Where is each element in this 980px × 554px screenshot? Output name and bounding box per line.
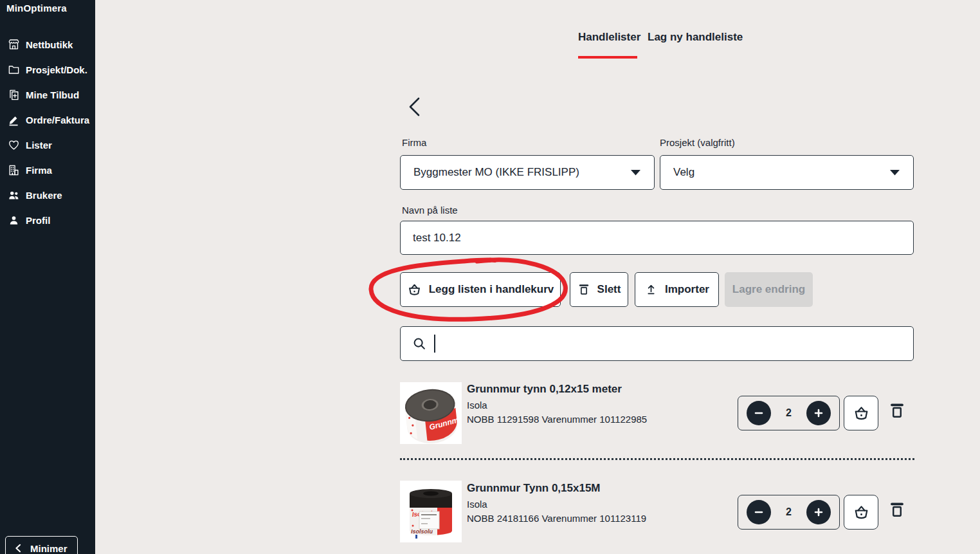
add-item-to-cart-button[interactable] bbox=[844, 396, 878, 430]
trash-icon bbox=[577, 282, 590, 297]
product-search-input[interactable] bbox=[435, 327, 913, 360]
sidebar-item-label: Brukere bbox=[26, 190, 62, 201]
sidebar-item-mine-tilbud[interactable]: Mine Tilbud bbox=[0, 82, 95, 107]
basket-icon bbox=[853, 405, 870, 422]
building-icon bbox=[8, 164, 20, 176]
sidebar-item-label: Lister bbox=[26, 140, 52, 151]
upload-icon bbox=[644, 283, 658, 297]
list-name-field-box bbox=[400, 221, 914, 255]
tab-handlelister[interactable]: Handlelister bbox=[578, 31, 640, 44]
add-item-to-cart-button[interactable] bbox=[844, 495, 878, 530]
increase-quantity-button[interactable] bbox=[806, 401, 831, 425]
import-label: Importer bbox=[665, 283, 709, 296]
plus-icon bbox=[813, 408, 824, 418]
chevron-left-icon bbox=[14, 544, 22, 553]
sidebar-item-nettbutikk[interactable]: Nettbutikk bbox=[0, 32, 95, 57]
minus-icon bbox=[754, 507, 764, 517]
minimize-sidebar-button[interactable]: Minimer bbox=[5, 536, 78, 554]
firma-select-value: Byggmester MO (IKKE FRISLIPP) bbox=[413, 166, 579, 179]
increase-quantity-button[interactable] bbox=[806, 500, 831, 524]
quantity-stepper: 2 bbox=[738, 396, 840, 430]
chevron-down-icon bbox=[889, 169, 900, 176]
add-list-to-cart-label: Legg listen i handlekurv bbox=[429, 283, 554, 296]
quantity-stepper: 2 bbox=[738, 495, 840, 530]
product-image: Isolsola Isolsolu bbox=[400, 481, 462, 542]
chevron-down-icon bbox=[630, 169, 641, 176]
sidebar-item-label: Firma bbox=[26, 165, 52, 176]
sidebar-item-lister[interactable]: Lister bbox=[0, 133, 95, 158]
list-name-input[interactable] bbox=[401, 221, 913, 254]
save-change-button[interactable]: Lagre endring bbox=[725, 272, 813, 307]
list-name-label: Navn på liste bbox=[402, 205, 458, 216]
sidebar-item-label: Ordre/Faktura bbox=[26, 115, 89, 125]
chevron-left-icon bbox=[405, 96, 424, 118]
product-meta: NOBB 11291598 Varenummer 101122985 bbox=[467, 414, 647, 425]
document-plus-icon bbox=[8, 89, 20, 101]
product-meta: NOBB 24181166 Varenummer 101123119 bbox=[467, 513, 646, 524]
pencil-icon bbox=[8, 114, 20, 126]
firma-label: Firma bbox=[402, 137, 426, 148]
active-tab-underline bbox=[578, 56, 637, 59]
tab-lag-ny-handleliste[interactable]: Lag ny handleliste bbox=[648, 31, 743, 44]
heart-icon bbox=[8, 139, 20, 151]
quantity-value: 2 bbox=[786, 506, 792, 518]
sidebar-item-profil[interactable]: Profil bbox=[0, 208, 95, 233]
row-divider bbox=[400, 458, 914, 460]
minimize-label: Minimer bbox=[30, 543, 68, 554]
delete-list-label: Slett bbox=[597, 283, 621, 296]
trash-icon bbox=[888, 501, 906, 520]
sidebar-item-firma[interactable]: Firma bbox=[0, 158, 95, 183]
sidebar: MinOptimera Nettbutikk Prosjekt/Dok. Min… bbox=[0, 0, 95, 554]
product-image: Grunnmur bbox=[400, 382, 462, 444]
search-icon bbox=[412, 337, 426, 351]
basket-icon bbox=[407, 282, 422, 297]
import-button[interactable]: Importer bbox=[635, 272, 719, 307]
decrease-quantity-button[interactable] bbox=[747, 401, 771, 425]
storefront-icon bbox=[8, 39, 20, 51]
save-change-label: Lagre endring bbox=[732, 283, 805, 296]
app-title: MinOptimera bbox=[6, 3, 67, 14]
decrease-quantity-button[interactable] bbox=[747, 500, 771, 524]
firma-select[interactable]: Byggmester MO (IKKE FRISLIPP) bbox=[400, 155, 655, 190]
folder-icon bbox=[8, 64, 20, 76]
prosjekt-select[interactable]: Velg bbox=[660, 155, 914, 190]
back-button[interactable] bbox=[405, 96, 424, 118]
product-title: Grunnmur tynn 0,12x15 meter bbox=[467, 383, 622, 396]
sidebar-item-label: Nettbutikk bbox=[26, 39, 73, 50]
add-list-to-cart-button[interactable]: Legg listen i handlekurv bbox=[400, 272, 561, 307]
minus-icon bbox=[754, 408, 764, 418]
prosjekt-select-value: Velg bbox=[673, 166, 694, 179]
sidebar-item-label: Prosjekt/Dok. bbox=[26, 64, 87, 75]
product-search-box bbox=[400, 326, 914, 361]
sidebar-item-brukere[interactable]: Brukere bbox=[0, 183, 95, 208]
plus-icon bbox=[813, 507, 824, 517]
prosjekt-label: Prosjekt (valgfritt) bbox=[660, 137, 735, 148]
sidebar-item-prosjekt-dok[interactable]: Prosjekt/Dok. bbox=[0, 57, 95, 82]
product-brand: Isola bbox=[467, 499, 487, 510]
trash-icon bbox=[888, 402, 906, 421]
remove-item-button[interactable] bbox=[888, 402, 906, 421]
sidebar-item-label: Profil bbox=[26, 215, 50, 226]
basket-icon bbox=[853, 504, 870, 521]
sidebar-item-ordre-faktura[interactable]: Ordre/Faktura bbox=[0, 107, 95, 133]
product-brand: Isola bbox=[467, 400, 487, 411]
quantity-value: 2 bbox=[786, 407, 792, 419]
svg-text:Isolsolu: Isolsolu bbox=[411, 528, 433, 535]
delete-list-button[interactable]: Slett bbox=[570, 272, 628, 307]
product-title: Grunnmur Tynn 0,15x15M bbox=[467, 482, 601, 495]
user-icon bbox=[8, 214, 20, 226]
users-icon bbox=[8, 189, 20, 201]
sidebar-item-label: Mine Tilbud bbox=[26, 89, 79, 100]
remove-item-button[interactable] bbox=[888, 501, 906, 520]
sidebar-nav: Nettbutikk Prosjekt/Dok. Mine Tilbud Ord… bbox=[0, 32, 95, 233]
